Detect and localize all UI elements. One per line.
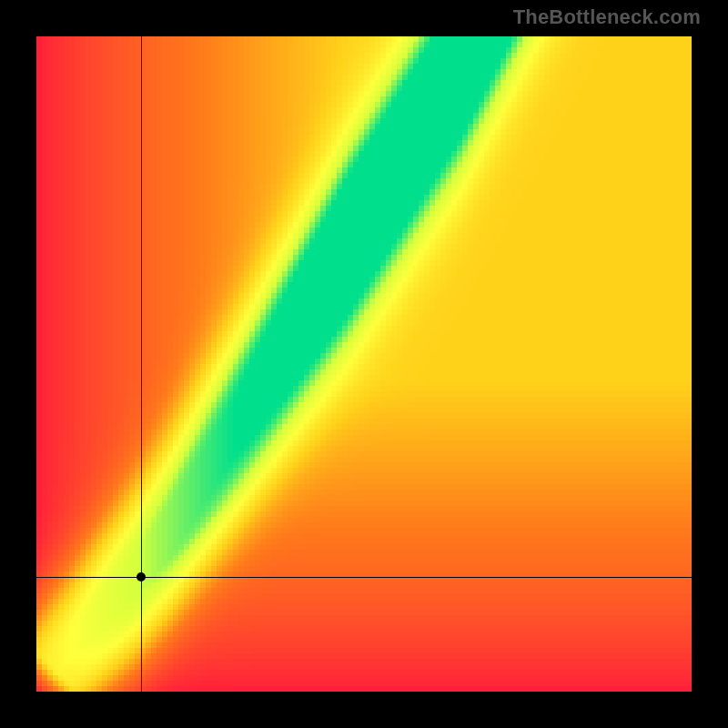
heatmap-canvas xyxy=(36,36,692,692)
plot-area xyxy=(36,36,692,692)
chart-container: TheBottleneck.com xyxy=(0,0,728,728)
watermark-text: TheBottleneck.com xyxy=(513,5,701,29)
